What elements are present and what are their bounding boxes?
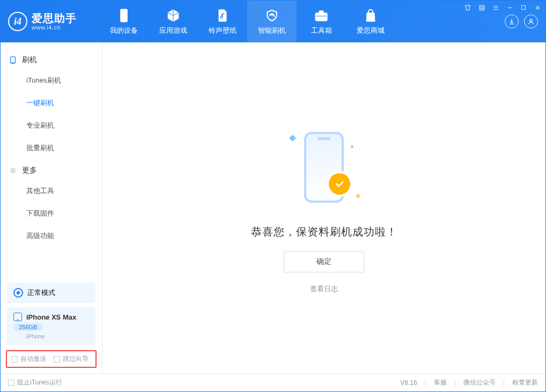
sidebar-item-itunes-flash[interactable]: iTunes刷机	[1, 69, 102, 92]
sidebar-section-title: 更多	[22, 166, 37, 175]
footer: 阻止iTunes运行 V8.16 | 客服 | 微信公众号 | 检查更新	[1, 373, 545, 391]
checkbox-label: 跳过向导	[63, 354, 88, 364]
cube-icon	[166, 8, 181, 23]
sidebar-item-advanced[interactable]: 高级功能	[1, 225, 102, 247]
tab-device[interactable]: 我的设备	[99, 1, 149, 42]
sidebar-item-pro-flash[interactable]: 专业刷机	[1, 114, 102, 137]
sidebar-item-other-tools[interactable]: 其他工具	[1, 180, 102, 202]
tab-toolbox[interactable]: 工具箱	[297, 1, 346, 42]
svg-rect-4	[319, 11, 323, 13]
phone-icon	[9, 56, 17, 64]
checkbox-block-itunes[interactable]: 阻止iTunes运行	[8, 378, 62, 387]
tab-ringtones[interactable]: 铃声壁纸	[198, 1, 247, 42]
list-icon	[9, 167, 17, 174]
tab-store[interactable]: 爱思商城	[346, 1, 395, 42]
checkbox-label: 阻止iTunes运行	[17, 378, 62, 387]
tab-label: 铃声壁纸	[209, 26, 237, 35]
maximize-button[interactable]	[520, 4, 527, 11]
device-card[interactable]: iPhone XS Max 256GB iPhone	[7, 307, 95, 345]
mode-label: 正常模式	[27, 288, 55, 298]
checkbox-auto-activate[interactable]: 自动激活	[11, 354, 46, 364]
close-button[interactable]	[534, 4, 541, 11]
tab-label: 工具箱	[311, 26, 332, 35]
tab-label: 我的设备	[110, 26, 138, 35]
device-phone-icon	[13, 313, 22, 321]
sidebar-item-download-firmware[interactable]: 下载固件	[1, 202, 102, 225]
sidebar-section-flash[interactable]: 刷机	[1, 49, 102, 69]
svg-point-6	[530, 19, 533, 22]
music-file-icon	[215, 8, 230, 23]
sidebar-section-title: 刷机	[22, 55, 37, 65]
mode-card[interactable]: 正常模式	[7, 283, 95, 303]
minimize-button[interactable]	[506, 4, 513, 11]
footer-link-update[interactable]: 检查更新	[512, 378, 538, 387]
tshirt-icon[interactable]	[464, 4, 471, 11]
version-label: V8.16	[400, 379, 417, 387]
app-title: 爱思助手	[32, 12, 77, 24]
toolbox-icon	[314, 8, 329, 23]
svg-point-8	[12, 62, 13, 63]
sidebar: 刷机 iTunes刷机 一键刷机 专业刷机 批量刷机 更多 其他工具 下载固件 …	[1, 42, 102, 373]
sidebar-item-batch-flash[interactable]: 批量刷机	[1, 137, 102, 159]
svg-rect-2	[121, 9, 128, 22]
device-platform: iPhone	[13, 333, 45, 339]
tab-apps[interactable]: 应用游戏	[149, 1, 198, 42]
tab-label: 爱思商城	[357, 26, 385, 35]
system-buttons	[464, 4, 541, 11]
download-button[interactable]	[505, 14, 519, 28]
sidebar-item-onekey-flash[interactable]: 一键刷机	[1, 92, 102, 114]
logo[interactable]: i4 爱思助手 www.i4.cn	[8, 12, 99, 31]
svg-rect-1	[522, 6, 526, 10]
view-log-link[interactable]: 查看日志	[310, 284, 338, 294]
bag-icon	[363, 8, 378, 23]
checkbox-icon	[8, 380, 14, 386]
svg-rect-0	[479, 5, 484, 10]
success-illustration	[278, 122, 370, 213]
checkbox-skip-guide[interactable]: 跳过向导	[54, 354, 88, 364]
header-right	[505, 14, 538, 28]
account-button[interactable]	[524, 14, 538, 28]
logo-icon: i4	[8, 12, 27, 31]
checkbox-icon	[11, 356, 18, 363]
top-tabs: 我的设备 应用游戏 铃声壁纸 智能刷机 工具箱 爱思商城	[99, 1, 395, 42]
tab-label: 智能刷机	[258, 26, 286, 35]
menu-icon[interactable]	[492, 4, 499, 11]
settings-icon[interactable]	[478, 4, 485, 11]
success-message: 恭喜您，保资料刷机成功啦！	[251, 225, 397, 239]
body: 刷机 iTunes刷机 一键刷机 专业刷机 批量刷机 更多 其他工具 下载固件 …	[1, 42, 545, 373]
header: i4 爱思助手 www.i4.cn 我的设备 应用游戏 铃声壁纸 智能刷机 工具…	[1, 1, 545, 42]
checkbox-label: 自动激活	[20, 354, 46, 364]
tab-flash[interactable]: 智能刷机	[247, 1, 297, 42]
ok-button[interactable]: 确定	[284, 251, 364, 272]
app-subtitle: www.i4.cn	[32, 24, 77, 31]
tab-label: 应用游戏	[159, 26, 187, 35]
footer-link-wechat[interactable]: 微信公众号	[463, 378, 496, 387]
checkbox-icon	[54, 356, 60, 363]
device-icon	[116, 8, 131, 23]
device-capacity-badge: 256GB	[13, 323, 42, 331]
device-name: iPhone XS Max	[26, 313, 76, 321]
shield-refresh-icon	[264, 8, 279, 23]
main-content: 恭喜您，保资料刷机成功啦！ 确定 查看日志	[102, 42, 545, 373]
flash-options-box: 自动激活 跳过向导	[6, 350, 97, 368]
sidebar-section-more[interactable]: 更多	[1, 159, 102, 180]
svg-rect-5	[315, 16, 327, 17]
mode-icon	[13, 288, 23, 298]
footer-link-service[interactable]: 客服	[434, 378, 447, 387]
check-badge-icon	[329, 173, 350, 195]
